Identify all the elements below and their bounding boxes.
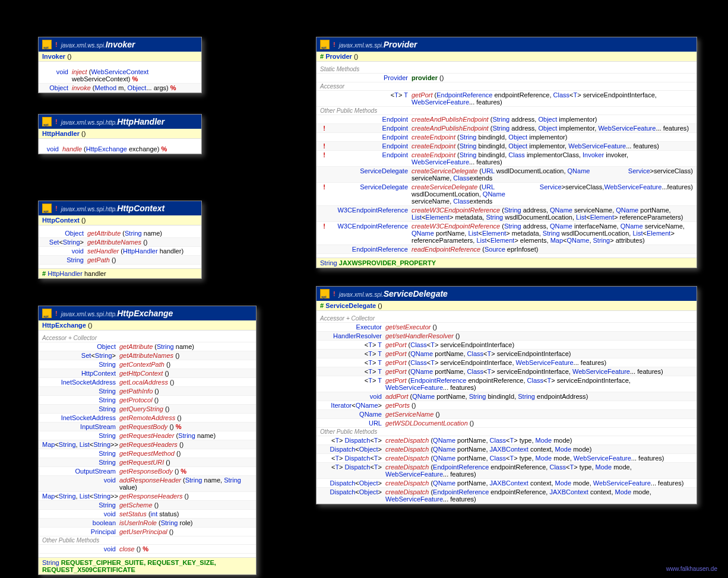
method-row: InputStreamgetRequestBody () % — [39, 423, 256, 431]
method-row: !EndpointcreateEndpoint (String bindingI… — [316, 142, 697, 151]
method-row: <T> TgetPort (QName portName, Class<T> s… — [316, 350, 697, 358]
abstract-marker: ! — [333, 290, 335, 297]
field: # HttpHandler handler — [39, 268, 201, 278]
method-row: InetSocketAddressgetRemoteAddress () — [39, 414, 256, 423]
method-row: voidaddPort (QName portName, String bind… — [316, 392, 697, 401]
method-row: StringgetPathInfo () — [39, 387, 256, 396]
method-row: voidsetStatus (int status) — [39, 510, 256, 519]
class-header: ! javax.xml.ws.spi.ServiceDelegate — [316, 287, 697, 301]
class-header: ! javax.xml.ws.spi.Provider — [316, 37, 697, 52]
method-row: W3CEndpointReferencecreateW3CEndpointRef… — [316, 206, 697, 222]
class-httphandler: ! javax.xml.ws.spi.http.HttpHandler Http… — [38, 114, 202, 154]
section-label: Accessor + Collector — [316, 315, 697, 323]
method-row: <T> TgetPort (Class<T> serviceEndpointIn… — [316, 341, 697, 350]
class-icon — [42, 117, 52, 126]
class-servicedelegate: ! javax.xml.ws.spi.ServiceDelegate # Ser… — [316, 286, 697, 504]
class-name: Invoker — [106, 40, 135, 49]
section-label: Static Methods — [316, 65, 697, 74]
constructor: Invoker () — [39, 52, 201, 62]
constructor: HttpHandler () — [39, 129, 201, 139]
class-provider: ! javax.xml.ws.spi.Provider # Provider (… — [316, 37, 697, 268]
method-row: StringgetContextPath () — [39, 360, 256, 369]
method-row: <T> TgetPort (EndpointReference endpoint… — [316, 91, 697, 107]
method-row: booleanisUserInRole (String role) — [39, 519, 256, 528]
method-row: voidinject (WebServiceContext webService… — [39, 68, 201, 84]
constructor: HttpExchange () — [39, 320, 256, 331]
method-row: StringgetRequestURI () — [39, 458, 256, 467]
method-row: !EndpointcreateAndPublishEndpoint (Strin… — [316, 124, 697, 133]
method-row: voidhandle (HttpExchange exchange) % — [39, 145, 201, 154]
method-row: InetSocketAddressgetLocalAddress () — [39, 378, 256, 387]
abstract-marker: ! — [333, 41, 335, 48]
method-row: <T> TgetPort (EndpointReference endpoint… — [316, 376, 697, 392]
method-row: Iterator<QName>getPorts () — [316, 401, 697, 410]
method-row: !W3CEndpointReferencecreateW3CEndpointRe… — [316, 222, 697, 245]
method-row: PrincipalgetUserPrincipal () — [39, 528, 256, 536]
class-icon — [42, 309, 52, 318]
section-label: Accessor — [316, 82, 697, 91]
method-row: Dispatch<Object>createDispatch (Endpoint… — [316, 488, 697, 504]
abstract-marker: ! — [55, 118, 58, 125]
method-row: EndpointcreateEndpoint (String bindingId… — [316, 133, 697, 142]
section-label: Other Public Methods — [316, 107, 697, 115]
method-row: StringgetProtocol () — [39, 396, 256, 405]
method-row: <T> Dispatch<T>createDispatch (QName por… — [316, 454, 697, 463]
method-row: voidaddResponseHeader (String name, Stri… — [39, 476, 256, 492]
method-row: HandlerResolverget/setHandlerResolver () — [316, 332, 697, 341]
method-row: Set<String>getAttributeNames () — [39, 351, 256, 360]
method-row: <T> Dispatch<T>createDispatch (QName por… — [316, 436, 697, 445]
method-row: ObjectgetAttribute (String name) — [39, 229, 201, 238]
method-row: OutputStreamgetResponseBody () % — [39, 467, 256, 476]
class-icon — [320, 40, 330, 49]
abstract-marker: ! — [55, 310, 58, 317]
class-httpexchange: ! javax.xml.ws.spi.http.HttpExchange Htt… — [38, 306, 257, 575]
section-label: Accessor + Collector — [39, 334, 256, 342]
class-header: ! javax.xml.ws.spi.Invoker — [39, 37, 201, 52]
class-icon — [320, 289, 330, 298]
method-row: <T> TgetPort (QName portName, Class<T> s… — [316, 367, 697, 376]
class-icon — [42, 40, 52, 49]
package: javax.xml.ws.spi. — [61, 42, 106, 49]
method-row: StringgetQueryString () — [39, 405, 256, 414]
method-row: voidclose () % — [39, 545, 256, 554]
method-row: Dispatch<Object>createDispatch (QName po… — [316, 479, 697, 488]
method-row: URLgetWSDLDocumentLocation () — [316, 419, 697, 428]
section-label: Other Public Methods — [39, 536, 256, 545]
constructor: # Provider () — [316, 52, 697, 62]
method-row: <T> Dispatch<T>createDispatch (EndpointR… — [316, 463, 697, 479]
method-row: <T> TgetPort (Class<T> serviceEndpointIn… — [316, 358, 697, 367]
section-label: Other Public Methods — [316, 428, 697, 436]
class-invoker: ! javax.xml.ws.spi.Invoker Invoker () vo… — [38, 37, 202, 93]
abstract-marker: ! — [55, 41, 58, 48]
class-header: ! javax.xml.ws.spi.http.HttpHandler — [39, 115, 201, 129]
method-row: EndpointReferencereadEndpointReference (… — [316, 245, 697, 254]
constants: String REQUEST_CIPHER_SUITE, REQUEST_KEY… — [39, 557, 256, 574]
footer-credit[interactable]: www.falkhausen.de — [666, 566, 717, 572]
method-row: QNamegetServiceName () — [316, 410, 697, 419]
method-row: Set<String>getAttributeNames () — [39, 238, 201, 247]
class-header: ! javax.xml.ws.spi.http.HttpExchange — [39, 306, 256, 320]
method-row: EndpointcreateAndPublishEndpoint (String… — [316, 115, 697, 124]
method-row: ServiceDelegatecreateServiceDelegate (UR… — [316, 167, 697, 183]
method-row: StringgetRequestHeader (String name) — [39, 431, 256, 440]
method-row: voidsetHandler (HttpHandler handler) — [39, 247, 201, 256]
class-httpcontext: ! javax.xml.ws.spi.http.HttpContext Http… — [38, 201, 202, 279]
method-row: !EndpointcreateEndpoint (String bindingI… — [316, 151, 697, 167]
method-row: HttpContextgetHttpContext () — [39, 369, 256, 378]
method-row: StringgetScheme () — [39, 501, 256, 510]
method-row: Providerprovider () — [316, 74, 697, 82]
method-row: Map<String, List<String>>getRequestHeade… — [39, 440, 256, 449]
class-header: ! javax.xml.ws.spi.http.HttpContext — [39, 201, 201, 215]
constructor: # ServiceDelegate () — [316, 301, 697, 311]
method-row: Objectinvoke (Method m, Object... args) … — [39, 84, 201, 93]
method-row: Map<String, List<String>>getResponseHead… — [39, 492, 256, 501]
method-row: Executorget/setExecutor () — [316, 323, 697, 332]
method-row: Dispatch<Object>createDispatch (QName po… — [316, 445, 697, 454]
method-row: !ServiceDelegatecreateServiceDelegate (U… — [316, 183, 697, 206]
abstract-marker: ! — [55, 205, 58, 212]
method-row: StringgetRequestMethod () — [39, 449, 256, 458]
constants: String JAXWSPROVIDER_PROPERTY — [316, 258, 697, 268]
method-row: ObjectgetAttribute (String name) — [39, 342, 256, 351]
constructor: HttpContext () — [39, 215, 201, 226]
class-icon — [42, 204, 52, 213]
